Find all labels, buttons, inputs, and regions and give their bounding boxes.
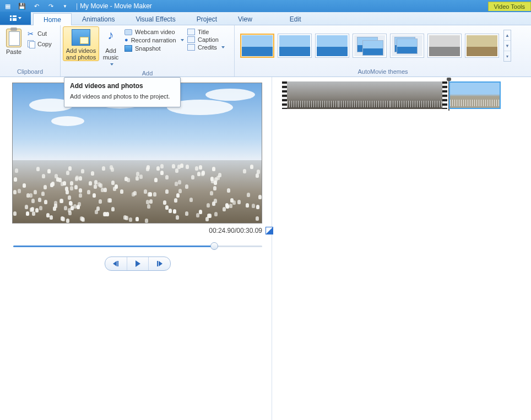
chevron-down-icon	[110, 63, 113, 66]
theme-thumb-2[interactable]	[278, 34, 312, 58]
theme-thumb-6[interactable]	[427, 34, 462, 58]
window-title: My Movie - Movie Maker	[78, 2, 317, 10]
work-area: 00:24.90/00:30.09	[0, 77, 531, 420]
group-automovie-themes: ▲▼▾ AutoMovie themes	[235, 25, 531, 77]
copy-icon	[28, 40, 35, 48]
timeline-clip-4[interactable]	[449, 81, 501, 109]
add-videos-photos-button[interactable]: Add videos and photos	[63, 26, 99, 61]
webcam-video-button[interactable]: Webcam video	[124, 29, 182, 35]
caption-button[interactable]: Caption	[187, 36, 225, 43]
qat-customize-icon[interactable]: ▼	[59, 1, 71, 11]
theme-thumb-5[interactable]	[390, 34, 424, 58]
tooltip-add-videos-photos: Add videos and photos Add videos and pho…	[64, 77, 181, 107]
play-button[interactable]	[127, 257, 149, 270]
theme-thumb-4[interactable]	[353, 34, 387, 58]
scroll-down-icon[interactable]: ▼	[504, 41, 511, 51]
quick-access-toolbar: ▦ 💾 ↶ ↷ ▼	[2, 1, 71, 11]
tooltip-body: Add videos and photos to the project.	[70, 92, 175, 100]
timeline-strip	[282, 81, 531, 109]
prev-frame-button[interactable]	[105, 257, 127, 270]
ribbon: Paste ✂Cut Copy Clipboard Add videos and…	[0, 25, 531, 77]
playback-controls	[105, 257, 171, 271]
context-tab-header: Video Tools	[488, 2, 531, 11]
title-icon	[187, 29, 195, 35]
theme-thumb-1[interactable]	[240, 34, 274, 58]
qat-redo-icon[interactable]: ↷	[45, 1, 56, 11]
title-button[interactable]: Title	[187, 29, 225, 35]
add-music-button[interactable]: ♪ Add music	[99, 26, 122, 68]
snapshot-button[interactable]: Snapshot	[124, 45, 182, 52]
seek-slider[interactable]	[13, 244, 262, 248]
next-frame-button[interactable]	[149, 257, 170, 270]
timeline-pane[interactable]	[272, 77, 531, 420]
webcam-icon	[124, 29, 132, 35]
preview-time: 00:24.90/00:30.09	[209, 227, 262, 234]
themes-gallery-scroll[interactable]: ▲▼▾	[503, 30, 511, 62]
play-icon	[136, 260, 140, 267]
add-videos-icon	[72, 29, 90, 46]
gallery-expand-icon[interactable]: ▾	[504, 51, 511, 61]
group-label-themes: AutoMovie themes	[235, 67, 531, 77]
timeline-clip-3[interactable]	[391, 81, 442, 109]
tab-animations[interactable]: Animations	[72, 13, 125, 25]
tooltip-title: Add videos and photos	[70, 82, 175, 90]
tab-home[interactable]: Home	[33, 13, 72, 25]
tab-edit[interactable]: Edit	[279, 13, 312, 25]
qat-undo-icon[interactable]: ↶	[31, 1, 42, 11]
fullscreen-icon[interactable]	[266, 227, 273, 234]
theme-thumb-3[interactable]	[315, 34, 349, 58]
paste-icon	[6, 29, 21, 47]
timeline-clip-1[interactable]	[287, 81, 339, 109]
timeline-clip-2[interactable]	[339, 81, 391, 109]
snapshot-icon	[124, 45, 132, 52]
microphone-icon: ●	[124, 36, 128, 44]
tab-view[interactable]: View	[227, 13, 263, 25]
group-label-clipboard: Clipboard	[0, 67, 60, 77]
credits-icon	[187, 44, 195, 51]
seek-thumb[interactable]	[210, 242, 218, 250]
caption-icon	[187, 36, 195, 43]
ribbon-tab-row: Home Animations Visual Effects Project V…	[0, 12, 531, 25]
credits-button[interactable]: Credits	[187, 44, 225, 51]
theme-thumb-7[interactable]	[465, 34, 499, 58]
tab-project[interactable]: Project	[186, 13, 227, 25]
film-edge-icon	[282, 81, 287, 109]
music-note-icon: ♪	[105, 32, 116, 46]
scroll-up-icon[interactable]: ▲	[504, 30, 511, 41]
group-add: Add videos and photos ♪ Add music Webcam…	[61, 25, 235, 77]
preview-pane: 00:24.90/00:30.09	[0, 77, 272, 420]
file-menu-button[interactable]	[0, 12, 31, 25]
qat-save-icon[interactable]: 💾	[17, 1, 28, 11]
scissors-icon: ✂	[28, 30, 35, 37]
title-bar: ▦ 💾 ↶ ↷ ▼ | My Movie - Movie Maker Video…	[0, 0, 531, 12]
record-narration-button[interactable]: ●Record narration	[124, 36, 182, 44]
film-edge-icon	[442, 81, 447, 109]
qat-app-icon[interactable]: ▦	[2, 1, 13, 11]
group-clipboard: Paste ✂Cut Copy Clipboard	[0, 25, 61, 77]
chevron-down-icon	[181, 39, 184, 41]
tab-visual-effects[interactable]: Visual Effects	[125, 13, 186, 25]
chevron-down-icon	[221, 46, 225, 48]
paste-button[interactable]: Paste	[2, 26, 25, 55]
paste-label: Paste	[6, 48, 21, 55]
cut-button[interactable]: ✂Cut	[26, 29, 53, 38]
copy-button[interactable]: Copy	[26, 40, 53, 48]
